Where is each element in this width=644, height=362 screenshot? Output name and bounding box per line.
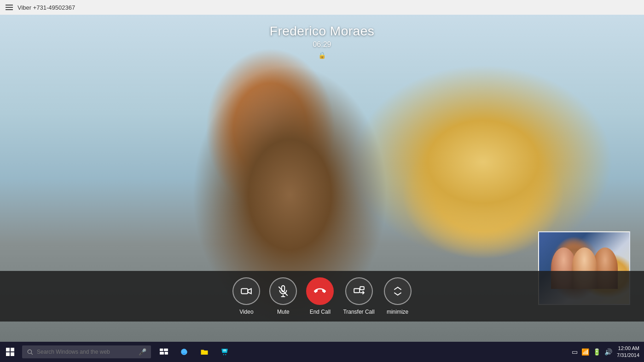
search-icon [27,349,33,355]
display-icon[interactable]: ▭ [572,348,578,356]
svg-point-19 [225,354,226,355]
transfer-call-button[interactable]: Transfer Call [343,277,374,315]
clock-date: 7/31/2014 [617,352,639,359]
transfer-call-circle [345,277,373,305]
svg-rect-11 [11,352,14,356]
call-duration: 06:29 [0,40,644,49]
svg-rect-16 [160,352,164,355]
battery-icon[interactable]: 🔋 [593,348,601,356]
app-title: Viber +731-49502367 [17,4,75,11]
video-label: Video [239,309,253,315]
svg-point-12 [28,350,31,353]
video-button[interactable]: Video [232,277,260,315]
controls-bar: Video Mute End Call [0,271,644,322]
svg-line-13 [31,353,33,355]
mute-circle [269,277,297,305]
end-call-circle [306,277,334,305]
taskbar-apps [155,342,234,362]
svg-rect-17 [165,352,168,355]
start-button[interactable] [0,342,20,362]
edge-button[interactable] [175,342,193,362]
mute-button[interactable]: Mute [269,277,297,315]
clock-time: 12:00 AM [617,345,639,352]
search-bar[interactable]: 🎤 [22,345,151,358]
minimize-button[interactable]: minimize [384,277,412,315]
explorer-button[interactable] [195,342,214,362]
svg-rect-10 [6,352,10,356]
taskbar: 🎤 [0,342,644,362]
transfer-call-label: Transfer Call [343,309,374,315]
title-bar: Viber +731-49502367 [0,0,644,15]
minimize-circle [384,277,412,305]
svg-rect-6 [360,287,364,290]
svg-rect-9 [11,348,14,351]
svg-rect-8 [6,348,10,351]
mute-label: Mute [277,309,290,315]
search-input[interactable] [37,349,135,355]
store-button[interactable] [215,342,234,362]
end-call-label: End Call [310,309,331,315]
svg-point-18 [223,354,224,355]
clock-area[interactable]: 12:00 AM 7/31/2014 [617,345,639,359]
call-area: Frederico Moraes 06:29 🔒 Video [0,15,644,342]
system-icons: ▭ 📶 🔋 🔊 [572,348,612,356]
menu-icon[interactable] [6,5,13,10]
taskview-button[interactable] [155,342,173,362]
microphone-icon: 🎤 [139,348,146,356]
wifi-icon[interactable]: 📶 [581,348,589,356]
taskbar-right: ▭ 📶 🔋 🔊 12:00 AM 7/31/2014 [572,345,644,359]
svg-rect-5 [354,289,360,293]
svg-rect-14 [160,349,163,351]
caller-name: Frederico Moraes [0,24,644,39]
lock-icon: 🔒 [0,52,644,59]
svg-rect-15 [164,349,168,351]
minimize-label: minimize [387,309,408,315]
video-circle [232,277,260,305]
svg-rect-0 [242,289,248,294]
volume-icon[interactable]: 🔊 [604,348,612,356]
caller-info: Frederico Moraes 06:29 🔒 [0,24,644,59]
svg-marker-1 [248,289,252,294]
end-call-button[interactable]: End Call [306,277,334,315]
